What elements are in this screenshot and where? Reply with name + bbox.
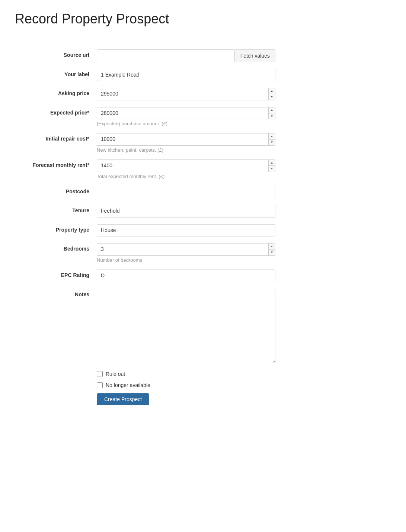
- epc-rating-input[interactable]: [97, 270, 275, 282]
- forecast-monthly-rent-field: ▲ ▼ Total expected monthly rent. (£): [97, 159, 275, 179]
- epc-rating-field: [97, 270, 275, 282]
- initial-repair-cost-spinner: ▲ ▼: [268, 133, 275, 145]
- source-url-row: Source url Fetch values: [15, 49, 391, 62]
- bedrooms-input[interactable]: [97, 243, 275, 256]
- epc-rating-label: EPC Rating: [15, 270, 97, 278]
- no-longer-available-row: No longer available: [97, 382, 391, 388]
- expected-price-help: (Expected) purchase amount. (£): [97, 121, 275, 126]
- expected-price-down[interactable]: ▼: [269, 113, 275, 119]
- bedrooms-field: ▲ ▼ Number of bedrooms: [97, 243, 275, 263]
- expected-price-input[interactable]: [97, 107, 275, 120]
- expected-price-field: ▲ ▼ (Expected) purchase amount. (£): [97, 107, 275, 127]
- epc-rating-row: EPC Rating: [15, 270, 391, 282]
- forecast-monthly-rent-spinner: ▲ ▼: [268, 160, 275, 172]
- submit-row: Create Prospect: [97, 393, 391, 405]
- postcode-label: Postcode: [15, 186, 97, 194]
- bedrooms-row: Bedrooms ▲ ▼ Number of bedrooms: [15, 243, 391, 263]
- expected-price-row: Expected price* ▲ ▼ (Expected) purchase …: [15, 107, 391, 127]
- tenure-field: [97, 205, 275, 217]
- postcode-field: [97, 186, 275, 199]
- notes-field: [97, 289, 275, 364]
- forecast-monthly-rent-up[interactable]: ▲: [269, 160, 275, 166]
- forecast-monthly-rent-down[interactable]: ▼: [269, 166, 275, 171]
- property-type-row: Property type: [15, 224, 391, 237]
- your-label-field: [97, 69, 275, 81]
- forecast-monthly-rent-row: Forecast monthly rent* ▲ ▼ Total expecte…: [15, 159, 391, 179]
- bedrooms-up[interactable]: ▲: [269, 244, 275, 249]
- notes-label: Notes: [15, 289, 97, 297]
- rule-out-row: Rule out: [97, 371, 391, 377]
- bedrooms-label: Bedrooms: [15, 243, 97, 252]
- forecast-monthly-rent-input[interactable]: [97, 159, 275, 172]
- expected-price-label: Expected price*: [15, 107, 97, 116]
- bedrooms-spinner: ▲ ▼: [268, 244, 275, 255]
- page-title: Record Property Prospect: [15, 11, 391, 27]
- source-url-label: Source url: [15, 49, 97, 58]
- asking-price-row: Asking price ▲ ▼: [15, 88, 391, 100]
- postcode-row: Postcode: [15, 186, 391, 199]
- initial-repair-cost-up[interactable]: ▲: [269, 133, 275, 139]
- rule-out-checkbox[interactable]: [97, 371, 103, 377]
- postcode-input[interactable]: [97, 186, 275, 199]
- forecast-monthly-rent-label: Forecast monthly rent*: [15, 159, 97, 168]
- initial-repair-cost-help: New kitchen, paint, carpets. (£): [97, 147, 275, 153]
- expected-price-up[interactable]: ▲: [269, 107, 275, 113]
- asking-price-label: Asking price: [15, 88, 97, 96]
- notes-textarea[interactable]: [97, 289, 275, 363]
- asking-price-field: ▲ ▼: [97, 88, 275, 100]
- initial-repair-cost-field: ▲ ▼ New kitchen, paint, carpets. (£): [97, 133, 275, 153]
- initial-repair-cost-input[interactable]: [97, 133, 275, 146]
- asking-price-down[interactable]: ▼: [269, 94, 275, 100]
- your-label-input[interactable]: [97, 69, 275, 81]
- expected-price-spinner: ▲ ▼: [268, 107, 275, 119]
- section-divider: [15, 38, 391, 38]
- asking-price-input[interactable]: [97, 88, 275, 100]
- initial-repair-cost-down[interactable]: ▼: [269, 140, 275, 145]
- source-url-input[interactable]: [97, 49, 235, 62]
- no-longer-available-checkbox[interactable]: [97, 382, 103, 388]
- create-prospect-button[interactable]: Create Prospect: [97, 393, 149, 405]
- source-url-field: Fetch values: [97, 49, 275, 62]
- forecast-monthly-rent-help: Total expected monthly rent. (£): [97, 174, 275, 179]
- no-longer-available-label: No longer available: [106, 382, 150, 388]
- rule-out-label: Rule out: [106, 371, 125, 377]
- your-label-label: Your label: [15, 69, 97, 77]
- asking-price-spinner: ▲ ▼: [268, 88, 275, 100]
- tenure-row: Tenure: [15, 205, 391, 217]
- tenure-label: Tenure: [15, 205, 97, 213]
- property-type-field: [97, 224, 275, 237]
- initial-repair-cost-row: Initial repair cost* ▲ ▼ New kitchen, pa…: [15, 133, 391, 153]
- bedrooms-help: Number of bedrooms: [97, 257, 275, 263]
- bedrooms-down[interactable]: ▼: [269, 250, 275, 255]
- record-form: Source url Fetch values Your label Askin…: [15, 49, 391, 405]
- property-type-label: Property type: [15, 224, 97, 233]
- your-label-row: Your label: [15, 69, 391, 81]
- tenure-input[interactable]: [97, 205, 275, 217]
- initial-repair-cost-label: Initial repair cost*: [15, 133, 97, 142]
- notes-row: Notes: [15, 289, 391, 364]
- asking-price-up[interactable]: ▲: [269, 88, 275, 94]
- fetch-values-button[interactable]: Fetch values: [235, 49, 275, 62]
- property-type-input[interactable]: [97, 224, 275, 237]
